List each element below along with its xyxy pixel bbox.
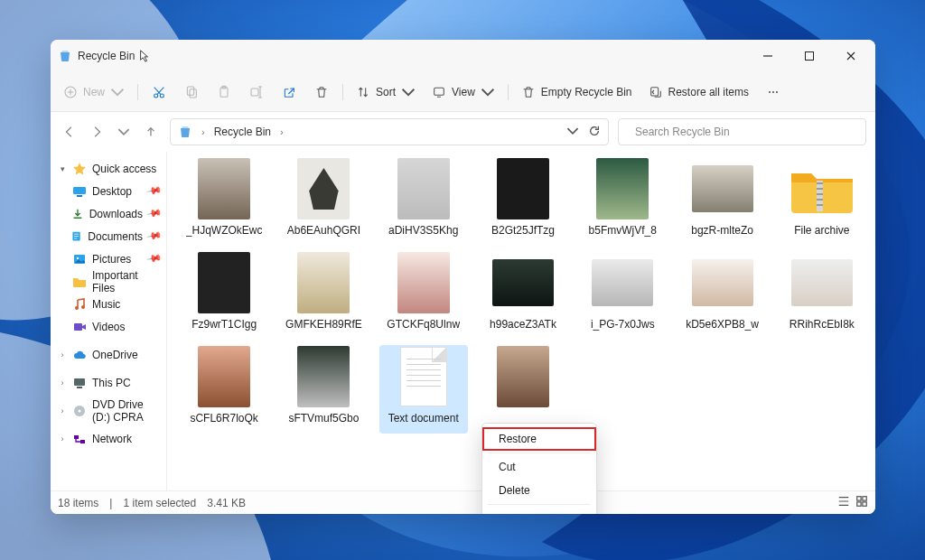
sidebar-quick-access[interactable]: ▾ Quick access xyxy=(54,157,163,180)
sidebar-group-dvd[interactable]: ›DVD Drive (D:) CPRA xyxy=(54,399,163,422)
music-icon xyxy=(72,297,87,312)
sidebar-item-desktop[interactable]: Desktop📌 xyxy=(54,180,163,202)
svg-rect-29 xyxy=(74,435,79,439)
view-grid-icon[interactable] xyxy=(855,495,868,510)
paste-icon[interactable] xyxy=(210,79,238,106)
status-bar: 18 items | 1 item selected 3.41 KB xyxy=(51,490,875,514)
sidebar-group-pc[interactable]: ›This PC xyxy=(54,371,163,394)
sidebar-item-video[interactable]: Videos xyxy=(54,315,163,338)
file-item[interactable]: Fz9wrT1CIgg xyxy=(180,251,268,340)
restore-all-button[interactable]: Restore all items xyxy=(643,79,754,106)
file-item[interactable]: GTCKFq8Ulnw xyxy=(379,251,468,340)
context-delete[interactable]: Delete xyxy=(482,479,596,502)
pin-icon: 📌 xyxy=(146,205,164,222)
svg-rect-37 xyxy=(857,497,861,500)
status-size: 3.41 KB xyxy=(207,497,246,509)
context-cut[interactable]: Cut xyxy=(482,455,596,479)
sidebar-item-picture[interactable]: Pictures📌 xyxy=(54,247,163,270)
file-item[interactable]: sFTVmuf5Gbo xyxy=(279,345,368,434)
view-button[interactable]: View xyxy=(426,79,500,106)
file-label: GMFKEH89RfE xyxy=(285,318,362,331)
copy-icon[interactable] xyxy=(178,79,205,106)
net-icon xyxy=(72,432,87,446)
file-label: sFTVmuf5Gbo xyxy=(288,412,359,425)
file-item[interactable]: Ab6EAuhQGRI xyxy=(279,157,368,246)
file-item[interactable]: File archive xyxy=(778,157,866,246)
svg-point-14 xyxy=(772,90,774,92)
svg-rect-32 xyxy=(817,182,823,184)
sidebar-item-download[interactable]: Downloads📌 xyxy=(54,202,163,225)
file-item[interactable]: b5FmvWjVf_8 xyxy=(578,157,667,246)
file-item[interactable]: B2Gt25JfTzg xyxy=(479,157,567,246)
sidebar-group-cloud[interactable]: ›OneDrive xyxy=(54,343,163,366)
address-row: › Recycle Bin › xyxy=(51,112,875,152)
file-label: _HJqWZOkEwc xyxy=(186,224,263,237)
file-item[interactable]: bgzR-mlteZo xyxy=(677,157,766,246)
file-item[interactable]: aDiHV3S5Khg xyxy=(379,157,468,246)
search-box[interactable] xyxy=(618,118,866,145)
file-item[interactable]: h99aceZ3ATk xyxy=(479,251,567,340)
view-list-icon[interactable] xyxy=(837,495,850,510)
file-label: bgzR-mlteZo xyxy=(691,224,753,237)
new-button[interactable]: New xyxy=(58,79,130,106)
file-item[interactable]: RRihRcEbI8k xyxy=(778,251,866,340)
svg-rect-26 xyxy=(77,387,82,388)
svg-point-28 xyxy=(79,409,81,412)
more-button[interactable] xyxy=(760,79,787,106)
close-button[interactable] xyxy=(830,40,872,72)
file-item[interactable]: _HJqWZOkEwc xyxy=(180,157,268,246)
dvd-icon xyxy=(72,404,87,418)
file-label: b5FmvWjVf_8 xyxy=(589,224,657,237)
file-item[interactable]: GMFKEH89RfE xyxy=(279,251,368,340)
context-properties[interactable]: Properties xyxy=(482,507,596,514)
search-input[interactable] xyxy=(633,125,858,139)
svg-rect-33 xyxy=(817,188,823,190)
status-selection: 1 item selected xyxy=(123,497,196,509)
svg-point-13 xyxy=(769,90,771,92)
file-item[interactable]: sCFL6R7loQk xyxy=(180,345,268,434)
file-item[interactable] xyxy=(479,345,567,434)
pin-icon: 📌 xyxy=(146,250,164,267)
svg-rect-24 xyxy=(74,323,82,331)
up-button[interactable] xyxy=(141,122,161,142)
file-item[interactable]: kD5e6XPB8_w xyxy=(677,251,766,340)
maximize-button[interactable] xyxy=(789,40,830,72)
sidebar-item-music[interactable]: Music xyxy=(54,293,163,315)
rename-icon[interactable] xyxy=(243,79,270,106)
minimize-button[interactable] xyxy=(747,40,789,72)
file-item[interactable]: Text document xyxy=(379,345,468,434)
dropdown-icon[interactable] xyxy=(566,125,579,140)
file-label: kD5e6XPB8_w xyxy=(686,318,759,331)
breadcrumb[interactable]: Recycle Bin xyxy=(214,126,271,138)
address-bar[interactable]: › Recycle Bin › xyxy=(170,118,609,145)
sidebar-item-folder[interactable]: Important Files xyxy=(54,270,163,293)
sidebar-group-net[interactable]: ›Network xyxy=(54,427,163,450)
svg-rect-39 xyxy=(857,502,861,506)
sidebar-item-document[interactable]: Documents📌 xyxy=(54,225,163,247)
pc-icon xyxy=(72,376,87,390)
window-title: Recycle Bin xyxy=(78,50,135,62)
desktop-icon xyxy=(72,184,87,199)
status-count: 18 items xyxy=(58,497,98,509)
sort-button[interactable]: Sort xyxy=(350,79,421,106)
empty-recycle-bin-button[interactable]: Empty Recycle Bin xyxy=(516,79,638,106)
svg-rect-40 xyxy=(863,502,866,506)
file-label: i_PG-7x0Jws xyxy=(591,318,655,331)
back-button[interactable] xyxy=(60,122,79,142)
cut-icon[interactable] xyxy=(145,79,173,106)
svg-rect-31 xyxy=(817,181,823,211)
svg-point-22 xyxy=(75,306,79,310)
file-label: RRihRcEbI8k xyxy=(790,318,855,331)
svg-rect-12 xyxy=(650,87,658,95)
svg-rect-25 xyxy=(74,378,85,386)
delete-icon[interactable] xyxy=(308,79,335,106)
recent-dropdown[interactable] xyxy=(114,122,134,142)
file-item[interactable]: i_PG-7x0Jws xyxy=(578,251,667,340)
share-icon[interactable] xyxy=(276,79,303,106)
forward-button[interactable] xyxy=(87,122,107,142)
refresh-button[interactable] xyxy=(588,125,601,140)
context-restore[interactable]: Restore xyxy=(482,427,596,451)
document-icon xyxy=(70,229,82,244)
file-label: sCFL6R7loQk xyxy=(190,412,257,425)
svg-point-21 xyxy=(77,257,79,258)
